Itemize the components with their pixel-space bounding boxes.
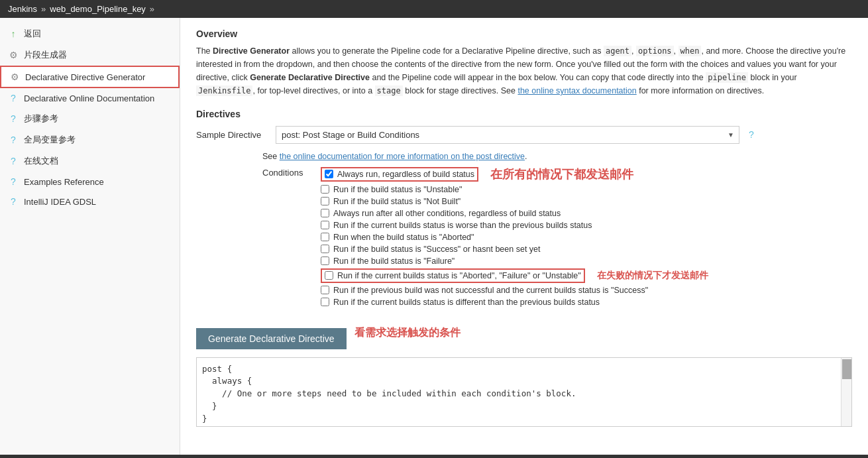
overview-bold-1: Directive Generator — [213, 46, 290, 56]
overview-bold-generate: Generate Declarative Directive — [250, 73, 370, 82]
condition-item-failure: Run if the build status is "Failure" — [321, 257, 708, 266]
checkbox-aborted[interactable] — [321, 233, 329, 241]
sidebar-icon-steps-reference: ? — [8, 113, 19, 124]
condition-label-worse-than-prev: Run if the current builds status is wors… — [333, 221, 592, 230]
condition-item-always: Always run, regardless of build status在所… — [321, 166, 708, 182]
sidebar-label-global-variables: 全局变量参考 — [24, 134, 76, 146]
directives-section: Directives Sample Directive post: Post S… — [196, 109, 852, 427]
overview-mono-agent: agent — [604, 46, 631, 56]
topbar-sep2: » — [150, 4, 154, 14]
directives-label: Directives — [196, 109, 852, 119]
condition-item-aborted-failure-unstable: Run if the current builds status is "Abo… — [321, 268, 708, 283]
help-icon[interactable]: ? — [749, 129, 754, 140]
sidebar-label-declarative-directive-generator: Declarative Directive Generator — [25, 72, 145, 82]
conditions-doc-link[interactable]: the online documentation for more inform… — [280, 152, 525, 161]
overview-mono-pipeline: pipeline — [706, 72, 748, 83]
sidebar-icon-online-docs: ? — [8, 156, 19, 166]
condition-label-not-built: Run if the build status is "Not Built" — [333, 197, 461, 206]
generate-button[interactable]: Generate Declarative Directive — [196, 328, 347, 349]
checkbox-not-built[interactable] — [321, 197, 329, 205]
condition-item-not-successful-success: Run if the previous build was not succes… — [321, 286, 708, 295]
highlight-box-aborted-failure-unstable: Run if the current builds status is "Abo… — [321, 268, 585, 283]
sidebar-icon-intellij-gdsl: ? — [8, 196, 19, 207]
condition-item-not-built: Run if the build status is "Not Built" — [321, 197, 708, 206]
topbar: Jenkins » web_demo_Pipeline_key » — [0, 0, 868, 18]
condition-item-worse-than-prev: Run if the current builds status is wors… — [321, 221, 708, 230]
overview-paragraph: The Directive Generator allows you to ge… — [196, 44, 852, 98]
sidebar-icon-declarative-online-documentation: ? — [8, 93, 19, 103]
overview-mono-options: options — [636, 46, 674, 56]
annotation-condition: 看需求选择触发的条件 — [354, 326, 461, 340]
code-textarea[interactable] — [197, 358, 851, 424]
sample-directive-label: Sample Directive — [196, 130, 269, 140]
sidebar-item-online-docs[interactable]: ?在线文档 — [0, 150, 180, 172]
sidebar-item-declarative-directive-generator[interactable]: ⚙Declarative Directive Generator — [0, 66, 180, 88]
topbar-jenkins[interactable]: Jenkins — [8, 4, 37, 14]
condition-label-aborted: Run when the build status is "Aborted" — [333, 233, 474, 242]
checkbox-success-or-not-set[interactable] — [321, 245, 329, 253]
annotation-aborted: 在失败的情况下才发送邮件 — [597, 270, 708, 282]
sample-directive-row: Sample Directive post: Post Stage or Bui… — [196, 126, 852, 144]
code-output-area — [196, 357, 852, 427]
sidebar-item-global-variables[interactable]: ?全局变量参考 — [0, 129, 180, 150]
condition-item-always-after: Always run after all other conditions, r… — [321, 209, 708, 218]
conditions-list: Always run, regardless of build status在所… — [321, 166, 708, 307]
conditions-row: Conditions Always run, regardless of bui… — [262, 166, 852, 307]
checkbox-different-than-prev[interactable] — [321, 298, 329, 306]
sidebar-item-back[interactable]: ↑返回 — [0, 23, 180, 44]
sidebar-label-declarative-online-documentation: Declarative Online Documentation — [24, 93, 154, 103]
sidebar-item-declarative-online-documentation[interactable]: ?Declarative Online Documentation — [0, 88, 180, 108]
sidebar-item-intellij-gdsl[interactable]: ?IntelliJ IDEA GDSL — [0, 192, 180, 211]
condition-item-aborted: Run when the build status is "Aborted" — [321, 233, 708, 242]
checkbox-worse-than-prev[interactable] — [321, 221, 329, 229]
code-scrollbar-thumb — [842, 359, 851, 379]
sample-directive-select[interactable]: post: Post Stage or Build Conditionsagen… — [276, 126, 739, 144]
condition-label-not-successful-success: Run if the previous build was not succes… — [333, 286, 648, 295]
content-area: Overview The Directive Generator allows … — [180, 18, 868, 455]
annotation-always: 在所有的情况下都发送邮件 — [490, 166, 633, 182]
conditions-label: Conditions — [262, 166, 315, 178]
sidebar-label-online-docs: 在线文档 — [24, 155, 58, 167]
condition-item-different-than-prev: Run if the current builds status is diff… — [321, 298, 708, 307]
conditions-doc: See the online documentation for more in… — [262, 152, 852, 161]
sidebar-icon-global-variables: ? — [8, 135, 19, 145]
overview-title: Overview — [196, 29, 852, 39]
sidebar: ↑返回⚙片段生成器⚙Declarative Directive Generato… — [0, 18, 180, 455]
checkbox-aborted-failure-unstable[interactable] — [325, 271, 333, 280]
overview-mono-jenkinsfile: Jenkinsfile — [196, 86, 252, 96]
sidebar-icon-snippet-generator: ⚙ — [8, 50, 19, 60]
sidebar-label-steps-reference: 步骤参考 — [24, 113, 58, 125]
checkbox-not-successful-success[interactable] — [321, 286, 329, 294]
condition-label-unstable: Run if the build status is "Unstable" — [333, 185, 462, 194]
condition-label-always-after: Always run after all other conditions, r… — [333, 209, 561, 218]
condition-label-aborted-failure-unstable: Run if the current builds status is "Abo… — [337, 271, 581, 280]
condition-label-different-than-prev: Run if the current builds status is diff… — [333, 298, 600, 307]
sidebar-label-examples-reference: Examples Reference — [24, 177, 104, 187]
condition-label-failure: Run if the build status is "Failure" — [333, 257, 455, 266]
checkbox-always[interactable] — [325, 170, 333, 178]
checkbox-unstable[interactable] — [321, 185, 329, 194]
sidebar-label-back: 返回 — [24, 28, 41, 40]
topbar-pipeline[interactable]: web_demo_Pipeline_key — [50, 4, 146, 14]
sidebar-item-steps-reference[interactable]: ?步骤参考 — [0, 108, 180, 129]
sidebar-label-intellij-gdsl: IntelliJ IDEA GDSL — [24, 197, 96, 207]
condition-item-success-or-not-set: Run if the build status is "Success" or … — [321, 245, 708, 254]
condition-label-success-or-not-set: Run if the build status is "Success" or … — [333, 245, 541, 254]
overview-link[interactable]: the online syntax documentation — [517, 86, 636, 95]
checkbox-failure[interactable] — [321, 257, 329, 265]
checkbox-always-after[interactable] — [321, 209, 329, 217]
conditions-area: See the online documentation for more in… — [262, 152, 852, 307]
sidebar-label-snippet-generator: 片段生成器 — [24, 49, 67, 61]
topbar-sep1: » — [41, 4, 46, 14]
sidebar-icon-declarative-directive-generator: ⚙ — [9, 72, 20, 82]
sidebar-icon-examples-reference: ? — [8, 176, 19, 187]
overview-mono-when: when — [678, 46, 702, 56]
highlight-box-always: Always run, regardless of build status — [321, 167, 478, 182]
condition-item-unstable: Run if the build status is "Unstable" — [321, 185, 708, 194]
sidebar-item-snippet-generator[interactable]: ⚙片段生成器 — [0, 44, 180, 66]
code-scrollbar[interactable] — [841, 358, 851, 426]
sidebar-item-examples-reference[interactable]: ?Examples Reference — [0, 172, 180, 192]
sidebar-icon-back: ↑ — [8, 29, 19, 39]
overview-mono-stage: stage — [375, 86, 403, 96]
condition-label-always: Always run, regardless of build status — [337, 170, 474, 179]
